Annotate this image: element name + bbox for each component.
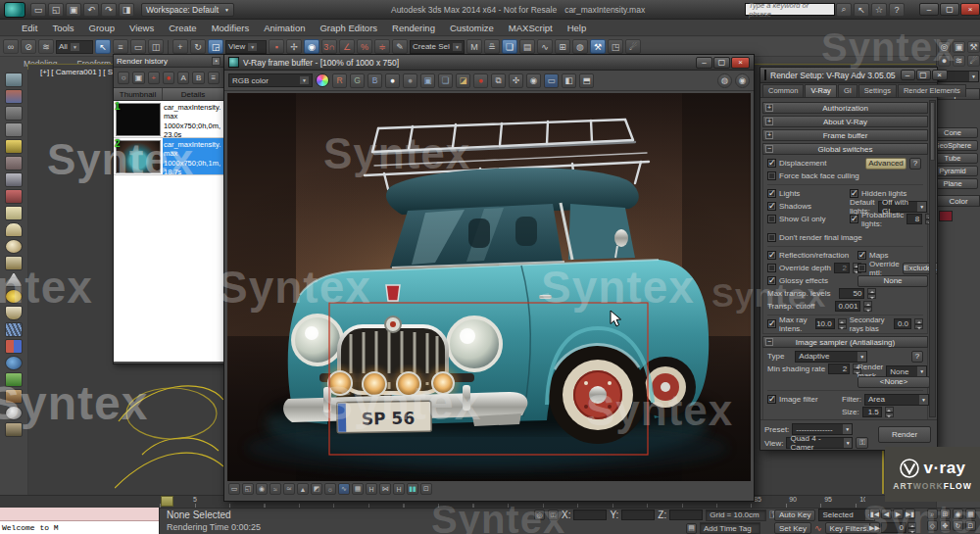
- scale-tool-icon[interactable]: ◲: [208, 39, 223, 54]
- history-row-2-selected[interactable]: 2 car_maxIntensity.max1000x750;0h,1m,18.…: [114, 138, 223, 175]
- minimize-button[interactable]: –: [901, 70, 915, 80]
- reference-coordinate-dropdown[interactable]: View▼: [225, 40, 267, 54]
- layer-manager-icon[interactable]: ❏: [502, 39, 517, 54]
- curves-enable-icon[interactable]: ◩: [311, 483, 322, 495]
- set-key-button[interactable]: Set Key: [774, 522, 811, 534]
- building-icon[interactable]: [5, 422, 23, 437]
- rollout-image-sampler[interactable]: −Image sampler (Antialiasing): [762, 336, 928, 348]
- blue-channel-button[interactable]: B: [368, 73, 382, 88]
- record-icon[interactable]: ●: [163, 72, 174, 84]
- save-image-icon[interactable]: ▣: [420, 73, 435, 88]
- tab-render-elements[interactable]: Render Elements: [898, 84, 966, 97]
- save-all-icon[interactable]: ❏: [438, 73, 453, 88]
- red-channel-button[interactable]: R: [332, 73, 347, 88]
- graphite-ribbon-icon[interactable]: ▤: [519, 39, 535, 54]
- maximize-button[interactable]: ▢: [940, 3, 959, 16]
- override-mtl-none-button[interactable]: None: [858, 275, 928, 287]
- duplicate-buffer-icon[interactable]: ⧉: [491, 73, 506, 88]
- field-of-view-icon[interactable]: ◇: [927, 520, 938, 531]
- force-backface-checkbox[interactable]: [767, 171, 776, 180]
- history-thumbnail[interactable]: [116, 140, 161, 173]
- open-file-icon[interactable]: ◱: [48, 3, 64, 17]
- render-setup-titlebar[interactable]: Render Setup: V-Ray Adv 3.05.05 – ▢ ×: [760, 68, 937, 83]
- box-icon[interactable]: [5, 206, 23, 220]
- zoom-extents-all-icon[interactable]: ▦: [965, 509, 976, 519]
- pixel-info-icon[interactable]: ◉: [256, 483, 268, 495]
- menu-maxscript[interactable]: MAXScript: [509, 23, 553, 33]
- lights-cat-icon[interactable]: ☄: [967, 55, 980, 67]
- color-correct-icon[interactable]: ≈: [270, 483, 281, 495]
- menu-customize[interactable]: Customize: [450, 23, 494, 33]
- lock-view-icon[interactable]: ⚿: [856, 437, 868, 449]
- notes-icon[interactable]: ▤: [686, 523, 697, 534]
- schematic-view-icon[interactable]: ⊞: [555, 39, 570, 54]
- z-field[interactable]: [669, 510, 703, 520]
- spinner[interactable]: [914, 318, 923, 329]
- monochrome-icon[interactable]: ●: [385, 73, 400, 88]
- listener-script-pane[interactable]: Welcome to M: [0, 521, 159, 534]
- search-icon[interactable]: ⌕: [836, 3, 852, 17]
- histogram-red-button[interactable]: H: [366, 483, 377, 495]
- bind-spacewarp-icon[interactable]: ≋: [38, 39, 54, 54]
- speaker-icon[interactable]: [5, 156, 23, 170]
- teapot2-icon[interactable]: [5, 256, 23, 270]
- reflection-refraction-checkbox[interactable]: [767, 251, 776, 260]
- grid-b-icon[interactable]: [5, 122, 23, 137]
- load-image-icon[interactable]: ◪: [456, 73, 470, 88]
- view-dropdown[interactable]: Quad 4 - Camer▼: [786, 437, 853, 449]
- go-to-end-icon[interactable]: ▶▶: [869, 522, 880, 533]
- histogram-rgb-button[interactable]: H: [393, 483, 405, 495]
- keyboard-override-icon[interactable]: ◉: [304, 39, 319, 54]
- geometry-icon[interactable]: ●: [938, 55, 951, 67]
- rendered-frame-window-icon[interactable]: ◳: [608, 39, 623, 54]
- menu-rendering[interactable]: Rendering: [392, 23, 435, 33]
- override-depth-checkbox[interactable]: [767, 264, 776, 272]
- override-depth-field[interactable]: 2: [834, 263, 850, 273]
- track-mouse-icon[interactable]: ✣: [509, 73, 523, 88]
- zoom-icon[interactable]: ⌕: [927, 509, 938, 519]
- window-crossing-icon[interactable]: ◫: [148, 39, 164, 54]
- rollout-authorization[interactable]: +Authorization: [762, 102, 928, 114]
- probabilistic-lights-checkbox[interactable]: [850, 215, 858, 223]
- object-color-swatch[interactable]: [939, 211, 953, 221]
- community-icon[interactable]: ☆: [871, 3, 887, 17]
- add-time-tag[interactable]: Add Time Tag: [700, 522, 760, 534]
- help-icon[interactable]: ?: [889, 3, 905, 17]
- maximize-button[interactable]: ▢: [916, 70, 931, 80]
- foliage-icon[interactable]: [5, 372, 23, 387]
- light-icon[interactable]: [5, 139, 23, 154]
- new-file-icon[interactable]: ▭: [30, 3, 46, 17]
- material-editor-icon[interactable]: ◍: [572, 39, 588, 54]
- dialog-scrollbar[interactable]: [929, 100, 936, 417]
- stamp-edit-icon[interactable]: ⊡: [420, 483, 432, 495]
- frame-buffer-titlebar[interactable]: V-Ray frame buffer - [100% of 1000 x 750…: [224, 55, 754, 71]
- sun-icon[interactable]: [5, 289, 23, 304]
- edit-named-selections-icon[interactable]: ✎: [392, 39, 408, 54]
- add-icon[interactable]: +: [148, 72, 160, 84]
- transp-cutoff-field[interactable]: 0.001: [835, 301, 860, 312]
- current-frame-field[interactable]: 0: [881, 522, 906, 533]
- globe-icon[interactable]: [5, 356, 23, 370]
- region-render-icon[interactable]: ◉: [526, 73, 541, 88]
- levels-icon[interactable]: ▲: [297, 483, 309, 495]
- rollout-global-switches[interactable]: −Global switches: [762, 143, 928, 155]
- render-setup-icon[interactable]: ⚒: [590, 39, 606, 54]
- minimize-button[interactable]: –: [919, 3, 939, 16]
- spinner[interactable]: [867, 288, 876, 299]
- menu-views[interactable]: Views: [129, 23, 154, 33]
- angle-snap-icon[interactable]: ∠: [339, 39, 355, 54]
- region-icon[interactable]: ▭: [228, 483, 240, 495]
- save-file-icon[interactable]: ▣: [66, 3, 81, 17]
- history-thumbnail[interactable]: [116, 103, 161, 136]
- spinner[interactable]: [838, 318, 847, 329]
- channel-dropdown[interactable]: RGB color▼: [228, 73, 313, 87]
- tab-common[interactable]: Common: [762, 84, 804, 97]
- tab-settings[interactable]: Settings: [858, 84, 897, 97]
- render-history-titlebar[interactable]: Render history ▪: [114, 55, 223, 68]
- spinner[interactable]: [863, 301, 872, 312]
- snap-toggle-3d-icon[interactable]: 3∩: [321, 39, 337, 54]
- size-field[interactable]: 1.5: [862, 407, 882, 417]
- workspace-dropdown[interactable]: Workspace: Default▼: [141, 3, 234, 17]
- help-button[interactable]: ?: [911, 351, 923, 363]
- compare-a-button[interactable]: A: [177, 72, 189, 84]
